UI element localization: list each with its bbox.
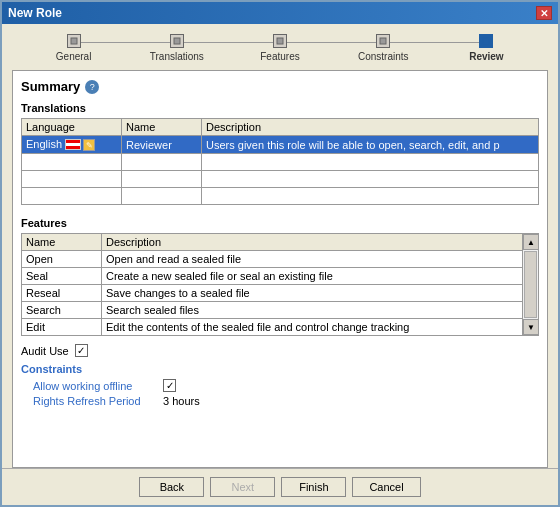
constraint-row-1: Rights Refresh Period 3 hours xyxy=(33,395,539,407)
col-language: Language xyxy=(22,119,122,136)
feat-name-2: Reseal xyxy=(22,285,102,302)
col-description: Description xyxy=(202,119,539,136)
feat-name-3: Search xyxy=(22,302,102,319)
constraints-section: Constraints Allow working offline ✓ Righ… xyxy=(21,363,539,407)
features-header-row: Name Description xyxy=(22,234,523,251)
cell-name: Reviewer xyxy=(122,136,202,154)
wizard-steps: General Translations Features Constraint… xyxy=(2,24,558,70)
title-bar: New Role ✕ xyxy=(2,2,558,24)
translations-header-row: Language Name Description xyxy=(22,119,539,136)
svg-rect-2 xyxy=(277,38,283,44)
feat-name-1: Seal xyxy=(22,268,102,285)
table-row: English ✎ Reviewer Users given this role… xyxy=(22,136,539,154)
step-label-general: General xyxy=(56,51,92,62)
scroll-up-btn[interactable]: ▲ xyxy=(523,234,539,250)
step-dot-general xyxy=(67,34,81,48)
constraint-label-0: Allow working offline xyxy=(33,380,163,392)
features-container: Name Description Open Open and read a se… xyxy=(21,233,539,336)
feat-desc-0: Open and read a sealed file xyxy=(102,251,523,268)
translations-table: Language Name Description English ✎ Revi… xyxy=(21,118,539,205)
col-feat-desc: Description xyxy=(102,234,523,251)
step-dot-review xyxy=(479,34,493,48)
feat-name-0: Open xyxy=(22,251,102,268)
summary-header: Summary ? xyxy=(21,79,539,94)
features-table-flex: Name Description Open Open and read a se… xyxy=(21,233,539,336)
step-dot-features xyxy=(273,34,287,48)
translations-title: Translations xyxy=(21,102,539,114)
close-button[interactable]: ✕ xyxy=(536,6,552,20)
feat-desc-1: Create a new sealed file or seal an exis… xyxy=(102,268,523,285)
constraints-title: Constraints xyxy=(21,363,539,375)
new-role-window: New Role ✕ General Translations Features xyxy=(0,0,560,507)
table-row: Edit Edit the contents of the sealed fil… xyxy=(22,319,523,336)
scroll-down-btn[interactable]: ▼ xyxy=(523,319,539,335)
step-constraints: Constraints xyxy=(332,34,435,62)
step-label-translations: Translations xyxy=(150,51,204,62)
scroll-thumb xyxy=(524,251,537,318)
cancel-button[interactable]: Cancel xyxy=(352,477,420,497)
feat-desc-2: Save changes to a sealed file xyxy=(102,285,523,302)
flag-icon xyxy=(65,139,81,150)
back-button[interactable]: Back xyxy=(139,477,204,497)
table-row-empty3 xyxy=(22,188,539,205)
features-scrollbar: ▲ ▼ xyxy=(523,233,539,336)
table-row: Search Search sealed files xyxy=(22,302,523,319)
step-features: Features xyxy=(228,34,331,62)
constraint-row-0: Allow working offline ✓ xyxy=(33,379,539,392)
step-label-constraints: Constraints xyxy=(358,51,409,62)
svg-rect-1 xyxy=(174,38,180,44)
step-dot-constraints xyxy=(376,34,390,48)
feat-desc-4: Edit the contents of the sealed file and… xyxy=(102,319,523,336)
constraint-value-1: 3 hours xyxy=(163,395,200,407)
feat-name-4: Edit xyxy=(22,319,102,336)
step-label-features: Features xyxy=(260,51,299,62)
constraint-checkbox-0[interactable]: ✓ xyxy=(163,379,176,392)
table-row-empty1 xyxy=(22,154,539,171)
svg-rect-4 xyxy=(483,38,489,44)
cell-language: English ✎ xyxy=(22,136,122,154)
pencil-icon: ✎ xyxy=(83,139,95,151)
summary-title: Summary xyxy=(21,79,80,94)
step-label-review: Review xyxy=(469,51,503,62)
audit-checkbox[interactable]: ✓ xyxy=(75,344,88,357)
step-review: Review xyxy=(435,34,538,62)
table-row: Open Open and read a sealed file xyxy=(22,251,523,268)
step-translations: Translations xyxy=(125,34,228,62)
bottom-bar: Back Next Finish Cancel xyxy=(2,468,558,505)
step-general: General xyxy=(22,34,125,62)
cell-description: Users given this role will be able to op… xyxy=(202,136,539,154)
next-button[interactable]: Next xyxy=(210,477,275,497)
step-dot-translations xyxy=(170,34,184,48)
help-icon[interactable]: ? xyxy=(85,80,99,94)
svg-rect-3 xyxy=(380,38,386,44)
table-row: Seal Create a new sealed file or seal an… xyxy=(22,268,523,285)
window-title: New Role xyxy=(8,6,62,20)
audit-label: Audit Use xyxy=(21,345,69,357)
lang-icons: ✎ xyxy=(65,139,95,151)
audit-row: Audit Use ✓ xyxy=(21,344,539,357)
table-row: Reseal Save changes to a sealed file xyxy=(22,285,523,302)
svg-rect-0 xyxy=(71,38,77,44)
feat-desc-3: Search sealed files xyxy=(102,302,523,319)
table-row-empty2 xyxy=(22,171,539,188)
finish-button[interactable]: Finish xyxy=(281,477,346,497)
features-title: Features xyxy=(21,217,539,229)
col-name: Name xyxy=(122,119,202,136)
features-table: Name Description Open Open and read a se… xyxy=(21,233,523,336)
col-feat-name: Name xyxy=(22,234,102,251)
content-area: Summary ? Translations Language Name Des… xyxy=(12,70,548,468)
constraint-label-1: Rights Refresh Period xyxy=(33,395,163,407)
